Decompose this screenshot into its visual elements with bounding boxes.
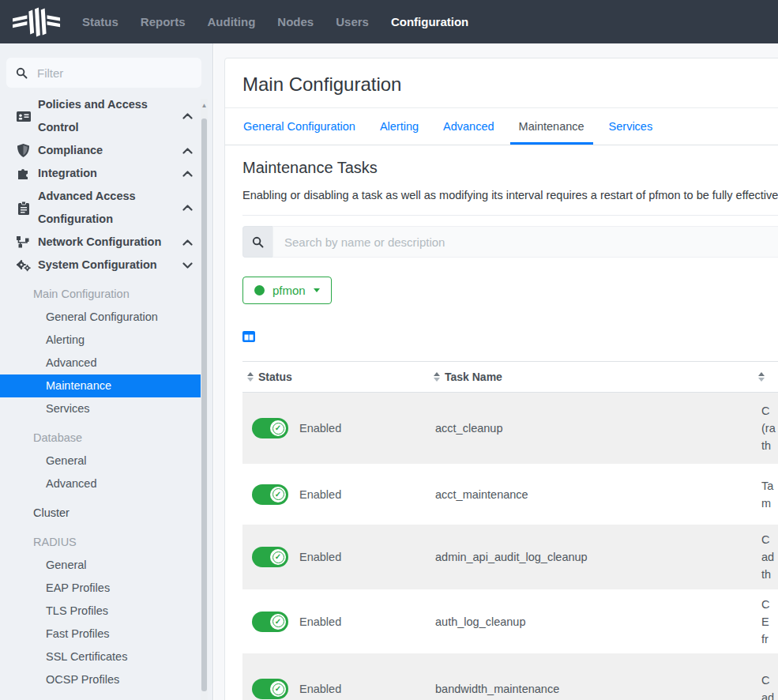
- columns-row: [242, 330, 778, 343]
- check-icon: ✓: [272, 551, 284, 563]
- columns-toggle-button[interactable]: [242, 330, 255, 343]
- description-line: th: [761, 566, 778, 583]
- filter-input[interactable]: [37, 66, 192, 80]
- enabled-toggle[interactable]: ✓: [252, 418, 288, 438]
- scrollbar-up-arrow-icon[interactable]: ▲: [201, 102, 208, 110]
- sidebar-item-general[interactable]: General: [0, 554, 202, 577]
- description-line: th: [761, 437, 778, 454]
- sidebar-group-policies-and-access-control[interactable]: Policies and Access Control: [0, 93, 202, 139]
- description-cell: Tam: [751, 477, 778, 512]
- toggle-knob: ✓: [270, 420, 286, 436]
- main-configuration-card: Main Configuration General Configuration…: [224, 58, 778, 700]
- pfmon-service-button[interactable]: pfmon: [242, 277, 332, 304]
- status-label: Enabled: [299, 615, 341, 628]
- sidebar-item-advanced[interactable]: Advanced: [0, 352, 202, 374]
- nav-item-reports[interactable]: Reports: [130, 15, 197, 28]
- sidebar-group-label: Network Configuration: [38, 231, 161, 254]
- sidebar-item-ssl-certificates[interactable]: SSL Certificates: [0, 645, 202, 668]
- column-header-d[interactable]: D: [751, 371, 778, 383]
- sidebar-group-integration[interactable]: Integration: [0, 162, 202, 185]
- description-cell: C(rath: [751, 402, 778, 454]
- config-tabs: General ConfigurationAlertingAdvancedMai…: [225, 108, 778, 145]
- description-line: C: [761, 402, 778, 420]
- description-line: Ta: [761, 477, 778, 495]
- task-search-input[interactable]: [272, 226, 778, 258]
- sidebar-group-advanced-access-configuration[interactable]: Advanced Access Configuration: [0, 185, 202, 231]
- status-cell: ✓Enabled: [242, 484, 429, 505]
- sidebar-group-compliance[interactable]: Compliance: [0, 139, 202, 162]
- page-title: Main Configuration: [242, 73, 778, 96]
- section-title: Maintenance Tasks: [242, 159, 778, 177]
- sidebar-group-label: Advanced Access Configuration: [38, 185, 167, 231]
- column-label: Status: [258, 371, 292, 383]
- description-line: m: [761, 495, 778, 512]
- chevron-up-icon: [182, 148, 193, 154]
- caret-down-icon: [314, 288, 320, 292]
- chevron-up-icon: [182, 113, 193, 119]
- column-header-status[interactable]: Status: [242, 371, 429, 383]
- status-cell: ✓Enabled: [242, 418, 429, 438]
- sidebar-item-tls-profiles[interactable]: TLS Profiles: [0, 600, 202, 623]
- description-line: ad: [761, 689, 778, 700]
- clipboard-icon: [16, 201, 31, 215]
- sidebar-item-eap-profiles[interactable]: EAP Profiles: [0, 577, 202, 600]
- sidebar-nav: Policies and Access ControlComplianceInt…: [0, 93, 202, 700]
- check-icon: ✓: [272, 423, 284, 435]
- sidebar-item-general[interactable]: General: [0, 450, 202, 472]
- status-label: Enabled: [299, 683, 341, 695]
- sidebar-item-fast-profiles[interactable]: Fast Profiles: [0, 623, 202, 645]
- barbed-wire-logo-icon: [12, 6, 61, 38]
- tab-general-configuration[interactable]: General Configuration: [235, 108, 364, 145]
- sidebar-group-network-configuration[interactable]: Network Configuration: [0, 231, 202, 254]
- description-cell: Cadth: [751, 531, 778, 583]
- maintenance-tasks-table: StatusTask NameD ✓Enabledacct_cleanupC(r…: [242, 361, 778, 700]
- status-label: Enabled: [299, 488, 341, 501]
- sidebar-scrollbar[interactable]: ▲: [201, 99, 208, 700]
- nav-item-status[interactable]: Status: [71, 15, 130, 28]
- scrollbar-thumb[interactable]: [201, 119, 207, 691]
- nav-item-configuration[interactable]: Configuration: [380, 15, 479, 28]
- enabled-toggle[interactable]: ✓: [252, 547, 288, 567]
- chevron-up-icon: [182, 171, 193, 177]
- nav-item-auditing[interactable]: Auditing: [197, 15, 267, 28]
- enabled-toggle[interactable]: ✓: [252, 484, 288, 505]
- chevron-up-icon: [182, 239, 193, 246]
- table-header: StatusTask NameD: [242, 361, 778, 393]
- sidebar-section-database: Database: [0, 427, 202, 450]
- sidebar-section-radius: RADIUS: [0, 531, 202, 554]
- task-name-cell: acct_cleanup: [429, 422, 751, 435]
- sidebar-item-general-configuration[interactable]: General Configuration: [0, 306, 202, 329]
- tab-alerting[interactable]: Alerting: [371, 108, 427, 145]
- sidebar-group-system-configuration[interactable]: System Configuration: [0, 254, 202, 277]
- sidebar-filter[interactable]: [6, 58, 201, 88]
- table-row-bandwidth-maintenance: ✓Enabledbandwidth_maintenanceCad: [242, 653, 778, 700]
- puzzle-icon: [16, 167, 31, 180]
- nav-item-nodes[interactable]: Nodes: [266, 15, 325, 28]
- status-cell: ✓Enabled: [242, 679, 429, 699]
- tab-services[interactable]: Services: [600, 108, 662, 145]
- task-name-cell: acct_maintenance: [429, 488, 751, 501]
- sidebar-item-cluster[interactable]: Cluster: [0, 502, 202, 525]
- sidebar-item-advanced[interactable]: Advanced: [0, 472, 202, 495]
- task-name-cell: auth_log_cleanup: [429, 615, 751, 628]
- sidebar-item-alerting[interactable]: Alerting: [0, 329, 202, 352]
- toggle-knob: ✓: [270, 549, 286, 565]
- nav-item-users[interactable]: Users: [325, 15, 380, 28]
- sidebar-group-label: Integration: [38, 162, 97, 185]
- sort-arrows-icon: [246, 372, 254, 382]
- service-name: pfmon: [272, 284, 306, 297]
- task-name-cell: admin_api_audit_log_cleanup: [429, 551, 751, 563]
- sidebar-item-maintenance[interactable]: Maintenance: [0, 374, 202, 397]
- description-line: C: [761, 531, 778, 548]
- column-header-task-name[interactable]: Task Name: [429, 371, 751, 383]
- description-line: E: [761, 613, 778, 630]
- enabled-toggle[interactable]: ✓: [252, 679, 288, 699]
- enabled-toggle[interactable]: ✓: [252, 612, 288, 632]
- check-icon: ✓: [272, 615, 284, 627]
- check-icon: ✓: [272, 683, 284, 695]
- tab-maintenance[interactable]: Maintenance: [510, 108, 593, 145]
- tab-advanced[interactable]: Advanced: [434, 108, 503, 145]
- packetfence-logo[interactable]: [8, 5, 65, 40]
- sidebar-item-ocsp-profiles[interactable]: OCSP Profiles: [0, 668, 202, 691]
- sidebar-item-services[interactable]: Services: [0, 397, 202, 420]
